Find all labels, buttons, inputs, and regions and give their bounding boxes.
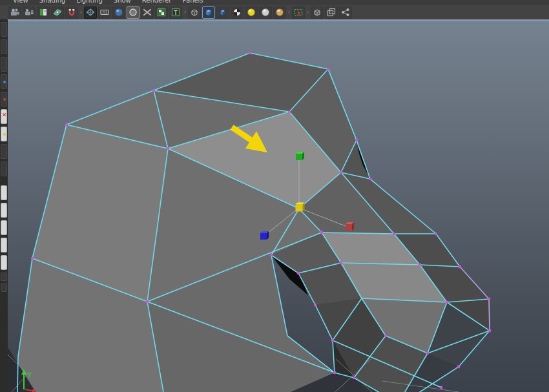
toolbox-slot-4[interactable] — [1, 92, 7, 107]
toolbox-slot-10[interactable] — [1, 185, 7, 200]
gold-material-icon[interactable] — [273, 6, 286, 19]
wireframe-display-icon[interactable] — [84, 6, 97, 19]
toolbox-slot-5[interactable]: ✕ — [1, 109, 7, 124]
share-nodes-icon[interactable] — [339, 6, 352, 19]
text-display-icon[interactable]: T — [169, 6, 182, 19]
render-checker-icon[interactable] — [231, 6, 243, 19]
camera-attributes-icon[interactable] — [23, 6, 36, 19]
panel-menu-bar: ViewShadingLightingShowRendererPanels — [0, 0, 549, 5]
menu-item-view[interactable]: View — [13, 0, 28, 5]
panel-icon-bar: ‹T‹‹‹ — [0, 5, 549, 19]
xray-display-icon[interactable] — [141, 6, 154, 19]
menu-item-renderer[interactable]: Renderer — [142, 0, 172, 5]
toolbox-slot-12[interactable] — [1, 220, 7, 235]
toolbox-slot-0[interactable] — [1, 22, 7, 37]
axis-y-label: y — [28, 370, 32, 377]
toolbox-slot-8[interactable] — [1, 161, 7, 176]
menu-item-show[interactable]: Show — [114, 0, 131, 5]
toolbox-slot-9 — [1, 179, 7, 183]
manipulator-handle-z[interactable] — [260, 231, 269, 240]
toolbar-separator: ‹ — [183, 7, 187, 17]
toolbox-slot-6[interactable] — [1, 127, 7, 141]
film-gate-icon[interactable] — [98, 6, 111, 19]
toolbox-slot-7[interactable] — [1, 144, 7, 159]
toolbox-strip: ✕ — [0, 19, 8, 392]
toolbar-separator: ‹ — [306, 7, 309, 17]
select-camera-icon[interactable] — [8, 6, 21, 19]
default-light-icon[interactable] — [245, 6, 258, 19]
perspective-viewport[interactable]: y — [0, 0, 549, 392]
shaded-cube-icon[interactable] — [202, 6, 215, 19]
toolbox-slot-11[interactable] — [1, 203, 7, 218]
menu-item-shading[interactable]: Shading — [39, 0, 66, 5]
toolbox-slot-3[interactable] — [1, 74, 7, 89]
manipulator-handle-y[interactable] — [296, 152, 304, 160]
overlap-layers-icon[interactable] — [325, 6, 338, 19]
silver-material-icon[interactable] — [259, 6, 272, 19]
two-d-pan-zoom-icon[interactable] — [65, 6, 78, 19]
flat-shade-icon[interactable] — [127, 6, 140, 19]
display-cube-icon[interactable] — [311, 6, 324, 19]
smooth-shade-icon[interactable] — [112, 6, 125, 19]
wireframe-cube-icon[interactable] — [188, 6, 201, 19]
toolbox-slot-13[interactable] — [1, 238, 7, 253]
textured-cube-icon[interactable] — [216, 6, 229, 19]
isolate-select-icon[interactable] — [292, 6, 305, 19]
menu-item-panels[interactable]: Panels — [182, 0, 203, 5]
mesh-faces — [8, 53, 490, 392]
menu-item-lighting[interactable]: Lighting — [76, 0, 102, 5]
manipulator-handle-x[interactable] — [346, 222, 354, 231]
svg-text:T: T — [173, 10, 178, 16]
toolbox-slot-15[interactable] — [1, 273, 7, 281]
image-plane-icon[interactable] — [51, 6, 64, 19]
textured-display-icon[interactable] — [155, 6, 168, 19]
panel-toolbar: ViewShadingLightingShowRendererPanels ‹T… — [0, 0, 549, 19]
manipulator-center-handle[interactable] — [296, 203, 305, 212]
toolbox-slot-2[interactable] — [1, 57, 7, 72]
toolbox-slot-1[interactable] — [1, 39, 7, 54]
toolbar-separator: ‹ — [79, 7, 83, 17]
maya-viewport-window: { "window": { "app": "Autodesk Maya", "v… — [0, 0, 549, 392]
toolbox-slot-14[interactable] — [1, 255, 7, 270]
bookmarks-icon[interactable] — [37, 6, 50, 19]
toolbox-slot-16[interactable] — [1, 284, 7, 292]
toolbar-separator: ‹ — [287, 7, 291, 17]
